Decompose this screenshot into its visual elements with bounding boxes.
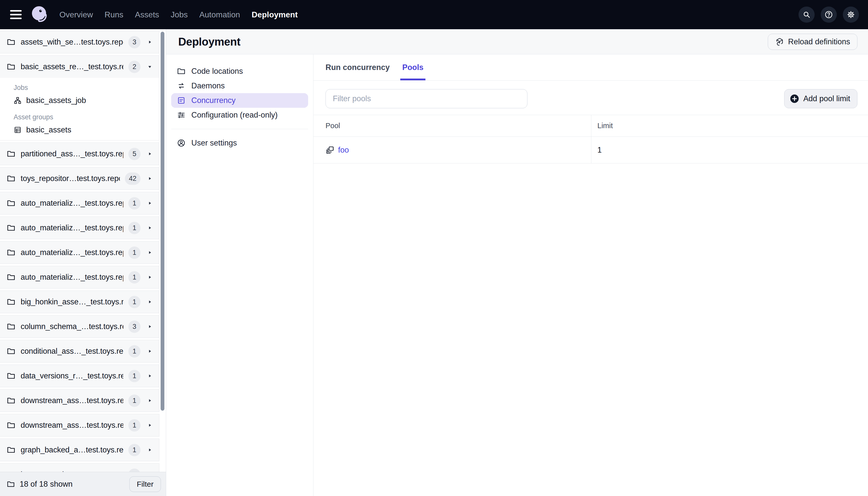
nav-item-daemons[interactable]: Daemons: [171, 79, 308, 93]
nav-runs[interactable]: Runs: [105, 10, 123, 19]
count-badge: 1: [128, 468, 141, 472]
code-location-card: data_versions_r…_test.toys.rep 1: [0, 365, 159, 387]
code-location-card: conditional_ass…_test.toys.repo 1: [0, 340, 159, 362]
count-badge: 2: [128, 61, 141, 73]
code-location-row[interactable]: assets_with_se…test.toys.repo 3: [0, 31, 159, 53]
folder-icon: [6, 248, 16, 257]
expanded-section: Jobs basic_assets_job Asset groups basic…: [0, 78, 159, 140]
code-location-row[interactable]: column_schema_…test.toys.rep 3: [0, 315, 159, 338]
code-location-row[interactable]: basic_assets_re…_test.toys.rep 2: [0, 56, 159, 78]
code-location-row[interactable]: graph_backed_a…test.toys.repo 1: [0, 439, 159, 461]
folder-icon: [6, 421, 16, 430]
code-location-name: auto_materializ…_test.toys.repo: [21, 199, 123, 208]
code-location-row[interactable]: big_honkin_asse…_test.toys.rep 1: [0, 291, 159, 313]
chevron-right-icon[interactable]: [145, 150, 154, 158]
code-location-card: downstream_ass…test.toys.rep 1: [0, 414, 159, 437]
code-location-list: assets_with_se…test.toys.repo 3 basic_as…: [0, 29, 159, 472]
nav-jobs[interactable]: Jobs: [171, 10, 188, 19]
nav-item-label: Configuration (read-only): [191, 110, 278, 120]
asset-group-item[interactable]: basic_assets: [0, 123, 159, 137]
column-header-limit: Limit: [591, 115, 868, 137]
sliders-icon: [177, 110, 186, 120]
hamburger-menu-icon[interactable]: [10, 10, 22, 19]
code-location-row[interactable]: auto_materializ…_test.toys.repo 1: [0, 242, 159, 264]
chevron-right-icon[interactable]: [145, 421, 154, 430]
sidebar-scrollbar[interactable]: [161, 32, 164, 410]
count-badge: 3: [128, 36, 141, 48]
nav-assets[interactable]: Assets: [135, 10, 159, 19]
settings-button[interactable]: [843, 6, 859, 23]
nav-item-user-settings[interactable]: User settings: [171, 136, 308, 150]
dagster-logo-icon[interactable]: [29, 4, 49, 25]
chevron-right-icon[interactable]: [145, 298, 154, 306]
chevron-right-icon[interactable]: [145, 273, 154, 281]
code-location-row[interactable]: downstream_ass…test.toys.rep 1: [0, 414, 159, 436]
code-location-row[interactable]: long_asset_keys_…test.toys.rep 1: [0, 464, 159, 472]
nav-item-concurrency[interactable]: Concurrency: [171, 93, 308, 108]
code-locations-sidebar: assets_with_se…test.toys.repo 3 basic_as…: [0, 29, 166, 496]
code-location-row[interactable]: auto_materializ…_test.toys.repo 1: [0, 192, 159, 214]
code-location-card: toys_repositor…test.toys.repo 42: [0, 167, 159, 190]
count-badge: 1: [128, 222, 141, 234]
count-badge: 1: [128, 370, 141, 382]
search-icon: [802, 10, 811, 19]
folder-icon: [6, 149, 16, 158]
nav-overview[interactable]: Overview: [59, 10, 93, 19]
chevron-right-icon[interactable]: [145, 199, 154, 207]
pool-link[interactable]: foo: [326, 145, 349, 155]
filter-pools-input[interactable]: [326, 89, 527, 108]
chevron-right-icon[interactable]: [145, 223, 154, 232]
nav-item-code-locations[interactable]: Code locations: [171, 64, 308, 79]
page-header: Deployment Reload definitions: [166, 29, 868, 55]
chevron-right-icon[interactable]: [145, 174, 154, 183]
nav-automation[interactable]: Automation: [200, 10, 240, 19]
chevron-right-icon[interactable]: [145, 347, 154, 356]
main-area: Deployment Reload definitions Code locat…: [166, 29, 868, 496]
nav-item-configuration[interactable]: Configuration (read-only): [171, 108, 308, 122]
code-location-card: auto_materializ…_test.toys.repo 1: [0, 241, 159, 264]
add-pool-limit-button[interactable]: Add pool limit: [784, 89, 857, 108]
chevron-right-icon[interactable]: [145, 396, 154, 405]
search-button[interactable]: [799, 6, 815, 23]
code-location-row[interactable]: downstream_ass…test.toys.rep 1: [0, 389, 159, 412]
folder-icon: [6, 223, 16, 232]
folder-icon: [6, 445, 16, 454]
code-location-card: auto_materializ…_test.toys.repo 1: [0, 192, 159, 215]
count-badge: 1: [128, 394, 141, 407]
tab-run-concurrency[interactable]: Run concurrency: [326, 55, 390, 80]
chevron-right-icon[interactable]: [145, 372, 154, 380]
chevron-right-icon[interactable]: [145, 248, 154, 257]
code-location-card: downstream_ass…test.toys.rep 1: [0, 389, 159, 412]
column-header-pool: Pool: [313, 115, 591, 137]
page-title: Deployment: [178, 35, 240, 48]
daemons-icon: [177, 81, 186, 90]
code-location-name: downstream_ass…test.toys.rep: [21, 396, 123, 405]
folder-icon: [177, 67, 186, 76]
code-location-row[interactable]: auto_materializ…_test.toys.repo 1: [0, 217, 159, 239]
chevron-right-icon[interactable]: [145, 446, 154, 454]
chevron-down-icon[interactable]: [145, 62, 154, 71]
count-badge: 5: [128, 148, 141, 160]
code-location-row[interactable]: partitioned_ass…_test.toys.rep 5: [0, 143, 159, 165]
code-location-row[interactable]: toys_repositor…test.toys.repo 42: [0, 167, 159, 190]
code-location-card: partitioned_ass…_test.toys.rep 5: [0, 142, 159, 165]
code-location-name: graph_backed_a…test.toys.repo: [21, 445, 123, 454]
user-icon: [177, 138, 186, 148]
help-button[interactable]: [821, 6, 837, 23]
filter-button[interactable]: Filter: [129, 476, 161, 492]
code-location-name: basic_assets_re…_test.toys.rep: [21, 62, 123, 71]
asset-group-icon: [14, 126, 22, 134]
code-location-row[interactable]: auto_materializ…_test.toys.repo 1: [0, 266, 159, 288]
nav-deployment[interactable]: Deployment: [252, 10, 298, 19]
tab-pools[interactable]: Pools: [402, 55, 423, 80]
job-item[interactable]: basic_assets_job: [0, 94, 159, 107]
reload-definitions-button[interactable]: Reload definitions: [768, 34, 857, 50]
code-location-card: long_asset_keys_…test.toys.rep 1: [0, 463, 159, 472]
nav-divider: [171, 129, 308, 129]
code-location-row[interactable]: data_versions_r…_test.toys.rep 1: [0, 365, 159, 387]
code-location-row[interactable]: conditional_ass…_test.toys.repo 1: [0, 340, 159, 362]
code-location-name: assets_with_se…test.toys.repo: [21, 37, 123, 47]
folder-icon: [6, 273, 16, 282]
chevron-right-icon[interactable]: [145, 38, 154, 46]
chevron-right-icon[interactable]: [145, 322, 154, 331]
